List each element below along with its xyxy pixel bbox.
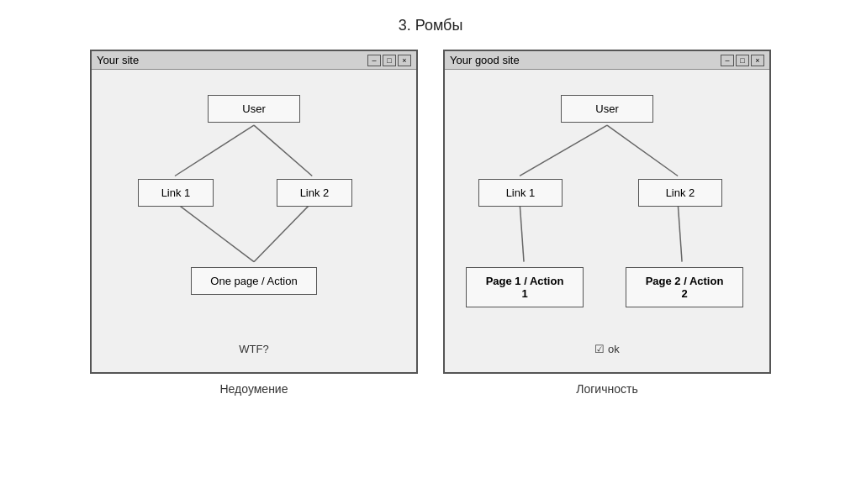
right-window-controls: – □ × [721, 55, 764, 66]
right-page2-node: Page 2 / Action 2 [626, 267, 743, 307]
left-action-node: One page / Action [191, 267, 317, 295]
left-status: WTF? [239, 343, 268, 355]
left-minimize-btn[interactable]: – [367, 55, 381, 66]
right-user-node: User [561, 95, 653, 123]
left-window-controls: – □ × [367, 55, 411, 66]
right-status: ☑ ok [594, 343, 619, 355]
left-window: Your site – □ × [90, 50, 418, 374]
svg-line-4 [520, 125, 607, 176]
left-diagram: Your site – □ × [90, 50, 418, 396]
right-diagram: Your good site – □ × [443, 50, 771, 396]
svg-line-5 [607, 125, 678, 176]
page-title: 3. Ромбы [399, 17, 463, 34]
right-caption: Логичность [576, 382, 637, 396]
right-window-title: Your good site [450, 54, 520, 66]
right-link1-node: Link 1 [478, 179, 563, 207]
svg-line-7 [678, 202, 682, 262]
left-window-title: Your site [97, 54, 139, 66]
right-window-content: User Link 1 Link 2 Page 1 / Action 1 Pag… [445, 70, 769, 372]
svg-line-1 [254, 125, 312, 176]
right-titlebar: Your good site – □ × [445, 51, 769, 70]
left-window-content: User Link 1 Link 2 One page / Action WTF… [92, 70, 416, 372]
left-caption: Недоумение [220, 382, 288, 396]
svg-line-6 [520, 202, 524, 262]
right-close-btn[interactable]: × [751, 55, 764, 66]
right-page1-node: Page 1 / Action 1 [466, 267, 584, 307]
right-maximize-btn[interactable]: □ [736, 55, 749, 66]
svg-line-2 [175, 202, 254, 262]
left-maximize-btn[interactable]: □ [383, 55, 396, 66]
left-close-btn[interactable]: × [398, 55, 411, 66]
svg-line-3 [254, 202, 312, 262]
right-minimize-btn[interactable]: – [721, 55, 734, 66]
left-titlebar: Your site – □ × [92, 51, 416, 70]
right-link2-node: Link 2 [638, 179, 722, 207]
left-user-node: User [208, 95, 300, 123]
svg-line-0 [175, 125, 254, 176]
left-link1-node: Link 1 [138, 179, 214, 207]
right-window: Your good site – □ × [443, 50, 771, 374]
left-link2-node: Link 2 [277, 179, 352, 207]
